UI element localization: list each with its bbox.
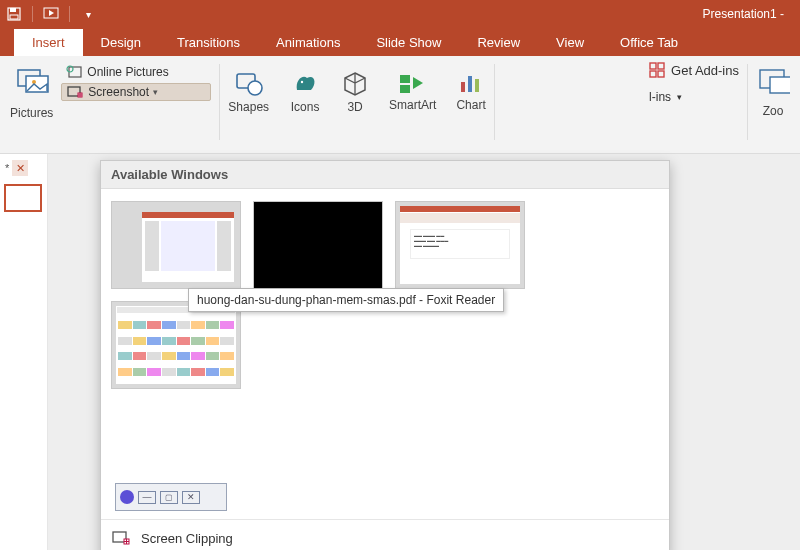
window-title: Presentation1 - <box>96 7 794 21</box>
my-addins-button[interactable]: l-ins ▾ <box>649 90 682 104</box>
svg-rect-18 <box>461 82 465 92</box>
online-pictures-label: Online Pictures <box>87 65 168 79</box>
icons-label: Icons <box>291 100 320 114</box>
chevron-down-icon: ▾ <box>677 92 682 102</box>
get-addins-label: Get Add-ins <box>671 63 739 78</box>
online-pictures-button[interactable]: Online Pictures <box>61 64 211 80</box>
save-icon[interactable] <box>6 6 22 22</box>
chart-button[interactable]: Chart <box>456 70 485 114</box>
available-windows-header: Available Windows <box>101 161 669 189</box>
window-thumbnail-5[interactable]: — ▢ ✕ <box>115 483 227 511</box>
ribbon-tabs: Insert Design Transitions Animations Sli… <box>0 28 800 56</box>
tab-view[interactable]: View <box>538 29 602 56</box>
svg-point-13 <box>248 81 262 95</box>
chevron-down-icon: ▾ <box>153 87 158 97</box>
tab-insert[interactable]: Insert <box>14 29 83 56</box>
svg-rect-24 <box>658 71 664 77</box>
svg-rect-16 <box>400 85 410 93</box>
svg-rect-19 <box>468 76 472 92</box>
tab-animations[interactable]: Animations <box>258 29 358 56</box>
slide-thumbnails-panel: * ✕ <box>0 154 48 550</box>
smartart-button[interactable]: SmartArt <box>389 70 436 114</box>
smartart-label: SmartArt <box>389 98 436 112</box>
svg-rect-26 <box>770 77 790 93</box>
tab-review[interactable]: Review <box>459 29 538 56</box>
svg-rect-22 <box>658 63 664 69</box>
ribbon: Pictures Online Pictures Screenshot ▾ Sh… <box>0 56 800 154</box>
zoom-label: Zoo <box>763 104 784 118</box>
pictures-label: Pictures <box>10 106 53 120</box>
screen-clipping-button[interactable]: Screen Clipping <box>101 519 669 550</box>
window-thumbnail-2[interactable] <box>253 201 383 289</box>
addins-label: l-ins <box>649 90 671 104</box>
svg-rect-1 <box>10 8 16 12</box>
chart-label: Chart <box>456 98 485 112</box>
tab-office-tab[interactable]: Office Tab <box>602 29 696 56</box>
qat-overflow-icon[interactable]: ▾ <box>80 6 96 22</box>
tab-slide-show[interactable]: Slide Show <box>358 29 459 56</box>
window-thumbnail-1[interactable] <box>111 201 241 289</box>
3d-models-button[interactable]: 3D <box>341 70 369 114</box>
svg-rect-20 <box>475 79 479 92</box>
slide-thumbnail-1[interactable] <box>4 184 42 212</box>
svg-rect-15 <box>400 75 410 83</box>
get-addins-button[interactable]: Get Add-ins <box>649 62 739 78</box>
icons-button[interactable]: Icons <box>289 70 321 114</box>
svg-rect-23 <box>650 71 656 77</box>
pictures-button[interactable]: Pictures <box>10 62 53 120</box>
3d-label: 3D <box>347 100 362 114</box>
zoom-button[interactable]: Zoo <box>756 62 790 118</box>
svg-marker-4 <box>49 10 54 16</box>
window-thumbnail-4[interactable] <box>111 301 241 389</box>
shapes-button[interactable]: Shapes <box>228 70 269 114</box>
svg-point-14 <box>301 81 303 83</box>
tab-transitions[interactable]: Transitions <box>159 29 258 56</box>
svg-rect-2 <box>10 15 18 19</box>
window-thumbnail-3[interactable]: ▬▬ ▬▬▬ ▬▬▬▬▬ ▬▬ ▬▬▬▬▬ ▬▬▬▬ <box>395 201 525 289</box>
presentation-play-icon[interactable] <box>43 6 59 22</box>
shapes-label: Shapes <box>228 100 269 114</box>
screenshot-button[interactable]: Screenshot ▾ <box>61 83 211 101</box>
tab-design[interactable]: Design <box>83 29 159 56</box>
window-thumbnail-tooltip: huong-dan-su-dung-phan-mem-smas.pdf - Fo… <box>188 288 504 312</box>
screen-clipping-label: Screen Clipping <box>141 531 233 546</box>
screenshot-label: Screenshot <box>88 85 149 99</box>
svg-marker-17 <box>413 77 423 89</box>
title-bar: ▾ Presentation1 - <box>0 0 800 28</box>
svg-rect-21 <box>650 63 656 69</box>
doc-modified-star: * <box>5 162 9 174</box>
screenshot-dropdown: Available Windows ▬▬ ▬▬▬ ▬▬▬▬▬ ▬▬ ▬▬▬▬▬ … <box>100 160 670 550</box>
close-doc-button[interactable]: ✕ <box>12 160 28 176</box>
